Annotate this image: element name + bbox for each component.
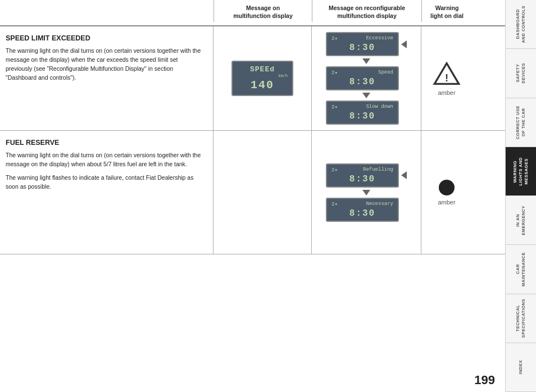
excessive-time: 8:30: [331, 43, 393, 53]
excessive-lcd: 2✦ Eccessive 8:30: [326, 32, 399, 56]
refuelling-lcd: 2✦ Refuelling 8:30: [326, 163, 399, 188]
sidebar-correct-use-label: CORRECT USEOF THE CAR: [515, 106, 526, 139]
speed-limit-row: SPEED LIMIT EXCEEDED The warning light o…: [0, 26, 505, 131]
sidebar-emergency-label: IN ANEMERGENCY: [515, 206, 526, 235]
sidebar-item-correct-use[interactable]: CORRECT USEOF THE CAR: [506, 98, 536, 147]
speed-lcd-value: 140: [237, 79, 288, 92]
sidebar-item-technical[interactable]: TECHNICALSPECIFICATIONS: [506, 294, 536, 343]
fuel-reconfig-group: 2✦ Refuelling 8:30 2✦ Necessary: [316, 163, 416, 222]
speed-reconfig-icon: 2✦: [331, 70, 338, 76]
refuelling-row: 2✦ Refuelling 8:30: [316, 163, 416, 188]
sidebar-item-maintenance[interactable]: CARMAINTENANCE: [506, 245, 536, 294]
sidebar-item-index[interactable]: INDEX: [506, 343, 536, 392]
speed-reconfig-row: 2✦ Speed 8:30: [316, 66, 416, 90]
speed-lcd-label: SPEEd: [237, 65, 288, 74]
refuelling-top: 2✦ Refuelling: [331, 167, 393, 173]
refuelling-label: Refuelling: [363, 167, 393, 173]
sidebar-maintenance-label: CARMAINTENANCE: [515, 252, 526, 286]
speed-reconfig-cell: 2✦ Eccessive 8:30 2✦ Speed: [312, 26, 421, 130]
speed-reconfig-time: 8:30: [331, 77, 393, 87]
speed-lcd-display: SPEEd km/h 140: [231, 61, 293, 96]
necessary-icon: 2✦: [331, 201, 338, 207]
excessive-top: 2✦ Eccessive: [331, 35, 393, 42]
arrow-down-2: [362, 93, 370, 98]
fuel-reserve-row: FUEL RESERVE The warning light on the di…: [0, 131, 505, 254]
speed-title: SPEED LIMIT EXCEEDED: [6, 34, 204, 42]
fuel-warning-label: amber: [438, 199, 455, 206]
speed-reconfig-lcd: 2✦ Speed 8:30: [326, 66, 399, 90]
sidebar-warning-label: WARNINGLIGHTS ANDMESSAGES: [512, 157, 529, 186]
warning-dot-icon: [439, 180, 455, 195]
refuelling-icon: 2✦: [331, 167, 338, 173]
header-description: [0, 0, 214, 22]
warning-triangle-icon: !: [433, 61, 461, 86]
speed-multifunction-cell: SPEEd km/h 140: [214, 26, 312, 130]
excessive-icon: 2✦: [331, 35, 338, 42]
excessive-arrow: [401, 40, 407, 48]
slowdown-time: 8:30: [331, 111, 393, 121]
arrow-down-3: [362, 190, 370, 195]
sidebar-item-emergency[interactable]: IN ANEMERGENCY: [506, 196, 536, 245]
table-header: Message onmultifunction display Message …: [0, 0, 505, 26]
sidebar: DASHBOARDAND CONTROLS SAFETYDEVICES CORR…: [505, 0, 536, 392]
fuel-warning-cell: amber: [421, 131, 472, 254]
fuel-multifunction-cell: [214, 131, 312, 254]
slowdown-icon: 2✦: [331, 104, 338, 110]
refuelling-time: 8:30: [331, 174, 393, 184]
speed-warning-label: amber: [438, 89, 455, 96]
sidebar-item-safety[interactable]: SAFETYDEVICES: [506, 49, 536, 98]
header-multifunction: Message onmultifunction display: [214, 0, 312, 22]
svg-text:!: !: [445, 72, 448, 84]
necessary-label: Necessary: [366, 201, 393, 207]
necessary-lcd: 2✦ Necessary 8:30: [326, 198, 399, 222]
speed-reconfig-top: 2✦ Speed: [331, 70, 393, 76]
sidebar-technical-label: TECHNICALSPECIFICATIONS: [515, 299, 526, 338]
necessary-row: 2✦ Necessary 8:30: [316, 198, 416, 222]
refuelling-arrow: [401, 171, 407, 179]
necessary-time: 8:30: [331, 208, 393, 218]
excessive-row: 2✦ Eccessive 8:30: [316, 32, 416, 56]
speed-reconfig-label: Speed: [378, 70, 393, 76]
speed-warning-cell: ! amber: [421, 26, 472, 130]
fuel-reconfig-cell: 2✦ Refuelling 8:30 2✦ Necessary: [312, 131, 421, 254]
slowdown-row: 2✦ Slow down 8:30: [316, 101, 416, 125]
speed-text1: The warning light on the dial turns on (…: [6, 47, 204, 82]
fuel-text2: The warning light flashes to indicate a …: [6, 174, 204, 192]
slowdown-label: Slow down: [366, 104, 393, 110]
speed-description-cell: SPEED LIMIT EXCEEDED The warning light o…: [0, 26, 214, 130]
main-content: Message onmultifunction display Message …: [0, 0, 505, 392]
sidebar-item-warning[interactable]: WARNINGLIGHTS ANDMESSAGES: [506, 147, 536, 196]
sidebar-dashboard-label: DASHBOARDAND CONTROLS: [515, 6, 526, 43]
header-warning: Warninglight on dial: [421, 0, 472, 22]
arrow-down-1: [362, 58, 370, 64]
slowdown-lcd: 2✦ Slow down 8:30: [326, 101, 399, 125]
necessary-top: 2✦ Necessary: [331, 201, 393, 207]
header-reconfig: Message on reconfigurablemultifunction d…: [312, 0, 421, 22]
sidebar-index-label: INDEX: [518, 360, 524, 374]
fuel-description-cell: FUEL RESERVE The warning light on the di…: [0, 131, 214, 254]
slowdown-top: 2✦ Slow down: [331, 104, 393, 110]
page-number: 199: [474, 373, 495, 388]
sidebar-item-dashboard[interactable]: DASHBOARDAND CONTROLS: [506, 0, 536, 49]
speed-lcd-kmh: km/h: [237, 74, 288, 78]
fuel-title: FUEL RESERVE: [6, 139, 204, 147]
sidebar-safety-label: SAFETYDEVICES: [515, 63, 526, 83]
excessive-label: Eccessive: [366, 35, 393, 42]
fuel-text1: The warning light on the dial turns on (…: [6, 151, 204, 169]
speed-reconfig-group: 2✦ Eccessive 8:30 2✦ Speed: [316, 32, 416, 125]
